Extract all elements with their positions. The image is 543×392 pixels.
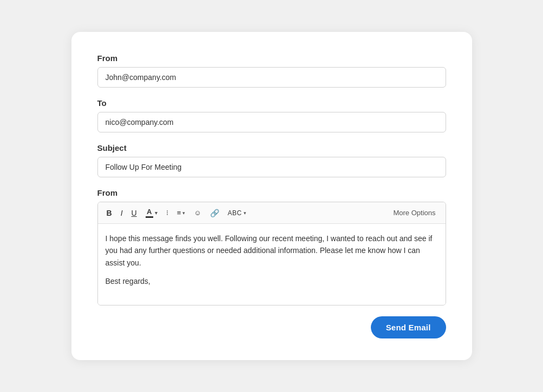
subject-input[interactable] [97,157,446,177]
body-paragraph-2: Best regards, [106,275,438,287]
editor-toolbar: B I U A ▾ ⁝ ≡ ▾ ☺ [98,202,446,224]
text-color-button[interactable]: A ▾ [142,205,161,220]
emoji-button[interactable]: ☺ [191,207,204,219]
align-icon: ≡ [177,209,181,217]
list-button[interactable]: ⁝ [163,207,172,219]
subject-field-group: Subject [97,143,446,177]
link-button[interactable]: 🔗 [207,207,223,220]
italic-button[interactable]: I [117,207,126,220]
abc-chevron-icon: ▾ [244,210,247,216]
abc-button[interactable]: ABC ▾ [225,207,250,219]
send-email-button[interactable]: Send Email [371,316,446,338]
from-input[interactable] [97,67,446,88]
color-box: A [146,208,153,218]
emoji-icon: ☺ [194,209,201,217]
more-options-button[interactable]: More Options [389,207,440,219]
body-field-group: From B I U A ▾ ⁝ ≡ ▾ [97,188,446,305]
form-footer: Send Email [97,316,446,338]
color-chevron-icon: ▾ [155,210,158,216]
color-letter: A [147,208,152,216]
bold-button[interactable]: B [103,207,115,220]
list-icon: ⁝ [166,209,168,217]
to-field-group: To [97,98,446,132]
email-compose-card: From To Subject From B I U A ▾ [71,32,472,360]
body-paragraph-1: I hope this message finds you well. Foll… [106,232,438,269]
from-label: From [97,54,446,63]
align-chevron-icon: ▾ [182,210,185,216]
body-label: From [97,188,446,197]
abc-label: ABC [228,209,242,217]
editor-body[interactable]: I hope this message finds you well. Foll… [98,224,446,305]
align-button[interactable]: ≡ ▾ [174,207,189,219]
to-label: To [97,98,446,108]
link-icon: 🔗 [210,209,219,217]
from-field-group: From [97,54,446,88]
underline-button[interactable]: U [128,207,140,220]
subject-label: Subject [97,143,446,152]
color-indicator [146,216,153,218]
to-input[interactable] [97,112,446,132]
editor-wrapper: B I U A ▾ ⁝ ≡ ▾ ☺ [97,202,446,305]
